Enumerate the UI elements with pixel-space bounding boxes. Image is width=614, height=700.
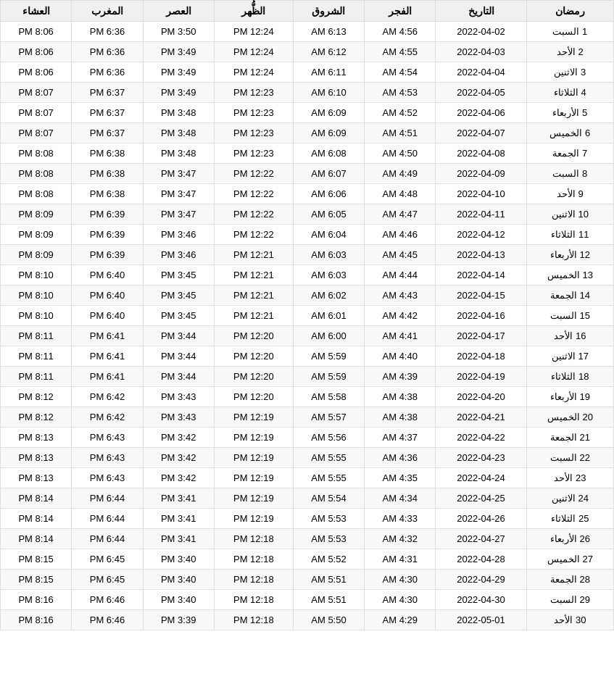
- cell-fajr: AM 4:56: [365, 22, 436, 42]
- cell-date: 2022-04-22: [436, 428, 526, 448]
- cell-ramadan: 26 الأربعاء: [526, 529, 613, 549]
- cell-isha: PM 8:08: [1, 143, 72, 164]
- cell-isha: PM 8:10: [1, 306, 72, 326]
- cell-date: 2022-04-05: [436, 83, 526, 103]
- cell-sunrise: AM 6:04: [293, 225, 364, 245]
- cell-date: 2022-04-27: [436, 529, 526, 549]
- cell-fajr: AM 4:47: [365, 204, 436, 225]
- cell-dhuhr: PM 12:23: [214, 103, 293, 123]
- cell-asr: PM 3:48: [143, 143, 214, 164]
- cell-asr: PM 3:45: [143, 286, 214, 306]
- cell-sunrise: AM 5:52: [293, 549, 364, 570]
- cell-ramadan: 6 الخميس: [526, 123, 613, 143]
- cell-ramadan: 12 الأربعاء: [526, 245, 613, 265]
- cell-asr: PM 3:40: [143, 549, 214, 570]
- cell-date: 2022-04-29: [436, 570, 526, 590]
- cell-asr: PM 3:48: [143, 123, 214, 143]
- cell-date: 2022-04-13: [436, 245, 526, 265]
- cell-dhuhr: PM 12:18: [214, 610, 293, 630]
- table-row: 14 الجمعة2022-04-15AM 4:43AM 6:02PM 12:2…: [1, 286, 614, 306]
- cell-asr: PM 3:48: [143, 103, 214, 123]
- cell-asr: PM 3:47: [143, 204, 214, 225]
- table-row: 20 الخميس2022-04-21AM 4:38AM 5:57PM 12:1…: [1, 407, 614, 428]
- cell-fajr: AM 4:44: [365, 265, 436, 286]
- cell-ramadan: 9 الأحد: [526, 184, 613, 204]
- cell-dhuhr: PM 12:24: [214, 42, 293, 62]
- table-row: 18 الثلاثاء2022-04-19AM 4:39AM 5:59PM 12…: [1, 367, 614, 387]
- cell-date: 2022-04-03: [436, 42, 526, 62]
- cell-ramadan: 22 السبت: [526, 448, 613, 468]
- cell-date: 2022-04-30: [436, 590, 526, 610]
- cell-isha: PM 8:15: [1, 570, 72, 590]
- cell-sunrise: AM 5:58: [293, 387, 364, 407]
- cell-isha: PM 8:10: [1, 286, 72, 306]
- cell-dhuhr: PM 12:24: [214, 22, 293, 42]
- cell-asr: PM 3:41: [143, 529, 214, 549]
- cell-isha: PM 8:14: [1, 509, 72, 529]
- cell-sunrise: AM 6:03: [293, 265, 364, 286]
- header-dhuhr: الظُّهر: [214, 1, 293, 22]
- cell-dhuhr: PM 12:18: [214, 590, 293, 610]
- cell-maghrib: PM 6:38: [72, 143, 143, 164]
- table-row: 6 الخميس2022-04-07AM 4:51AM 6:09PM 12:23…: [1, 123, 614, 143]
- cell-dhuhr: PM 12:20: [214, 326, 293, 346]
- cell-asr: PM 3:40: [143, 590, 214, 610]
- cell-isha: PM 8:06: [1, 22, 72, 42]
- cell-isha: PM 8:13: [1, 468, 72, 488]
- cell-ramadan: 14 الجمعة: [526, 286, 613, 306]
- cell-isha: PM 8:11: [1, 346, 72, 367]
- table-row: 22 السبت2022-04-23AM 4:36AM 5:55PM 12:19…: [1, 448, 614, 468]
- header-isha: العشاء: [1, 1, 72, 22]
- cell-asr: PM 3:49: [143, 62, 214, 83]
- cell-asr: PM 3:43: [143, 387, 214, 407]
- cell-maghrib: PM 6:36: [72, 22, 143, 42]
- cell-asr: PM 3:46: [143, 225, 214, 245]
- cell-fajr: AM 4:37: [365, 428, 436, 448]
- cell-maghrib: PM 6:38: [72, 184, 143, 204]
- cell-isha: PM 8:13: [1, 448, 72, 468]
- cell-sunrise: AM 6:13: [293, 22, 364, 42]
- cell-dhuhr: PM 12:23: [214, 143, 293, 164]
- cell-fajr: AM 4:30: [365, 570, 436, 590]
- cell-maghrib: PM 6:36: [72, 42, 143, 62]
- table-row: 9 الأحد2022-04-10AM 4:48AM 6:06PM 12:22P…: [1, 184, 614, 204]
- cell-isha: PM 8:12: [1, 387, 72, 407]
- cell-maghrib: PM 6:38: [72, 164, 143, 184]
- cell-ramadan: 11 الثلاثاء: [526, 225, 613, 245]
- cell-fajr: AM 4:40: [365, 346, 436, 367]
- cell-asr: PM 3:44: [143, 367, 214, 387]
- cell-sunrise: AM 6:08: [293, 143, 364, 164]
- prayer-times-table: رمضان التاريخ الفجر الشروق الظُّهر العصر…: [0, 0, 614, 630]
- cell-ramadan: 25 الثلاثاء: [526, 509, 613, 529]
- cell-fajr: AM 4:55: [365, 42, 436, 62]
- cell-isha: PM 8:09: [1, 204, 72, 225]
- cell-ramadan: 30 الأحد: [526, 610, 613, 630]
- cell-ramadan: 21 الجمعة: [526, 428, 613, 448]
- cell-date: 2022-04-26: [436, 509, 526, 529]
- cell-sunrise: AM 6:06: [293, 184, 364, 204]
- cell-sunrise: AM 6:10: [293, 83, 364, 103]
- cell-fajr: AM 4:38: [365, 407, 436, 428]
- cell-maghrib: PM 6:43: [72, 468, 143, 488]
- cell-dhuhr: PM 12:21: [214, 306, 293, 326]
- cell-asr: PM 3:42: [143, 448, 214, 468]
- cell-asr: PM 3:45: [143, 306, 214, 326]
- cell-date: 2022-05-01: [436, 610, 526, 630]
- cell-isha: PM 8:09: [1, 225, 72, 245]
- cell-isha: PM 8:07: [1, 103, 72, 123]
- cell-dhuhr: PM 12:20: [214, 346, 293, 367]
- table-row: 21 الجمعة2022-04-22AM 4:37AM 5:56PM 12:1…: [1, 428, 614, 448]
- cell-asr: PM 3:41: [143, 509, 214, 529]
- cell-maghrib: PM 6:44: [72, 488, 143, 509]
- cell-dhuhr: PM 12:22: [214, 164, 293, 184]
- cell-dhuhr: PM 12:19: [214, 407, 293, 428]
- cell-fajr: AM 4:32: [365, 529, 436, 549]
- cell-date: 2022-04-20: [436, 387, 526, 407]
- cell-ramadan: 19 الأربعاء: [526, 387, 613, 407]
- cell-date: 2022-04-14: [436, 265, 526, 286]
- cell-asr: PM 3:44: [143, 346, 214, 367]
- cell-maghrib: PM 6:41: [72, 346, 143, 367]
- cell-dhuhr: PM 12:20: [214, 367, 293, 387]
- table-row: 27 الخميس2022-04-28AM 4:31AM 5:52PM 12:1…: [1, 549, 614, 570]
- cell-maghrib: PM 6:45: [72, 549, 143, 570]
